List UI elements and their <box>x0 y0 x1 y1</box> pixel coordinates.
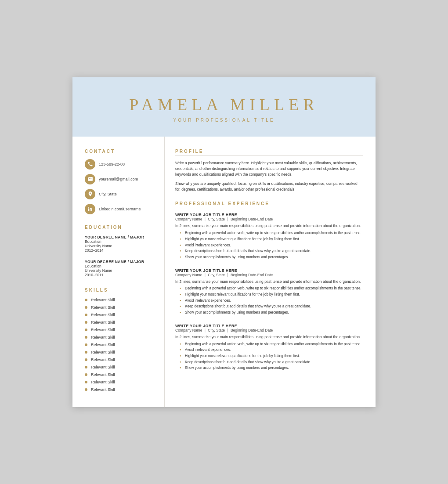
edu-type: Education <box>85 264 155 268</box>
job-bullet: Highlight your most relevant qualificati… <box>180 292 363 298</box>
linkedin-text: Linkedin.com/username <box>99 207 141 211</box>
profile-paragraph: Show why you are uniquely qualified, foc… <box>175 181 363 192</box>
education-entry: YOUR DEGREE NAME / MAJOR Education Unive… <box>85 260 155 277</box>
phone-icon <box>85 159 95 170</box>
skill-bullet <box>85 343 87 346</box>
profile-section: PROFILE Write a powerful performance sum… <box>175 149 363 193</box>
skill-item: Relevant Skill <box>85 305 155 310</box>
job-bullet: Beginning with a powerful action verb, w… <box>180 231 363 236</box>
job-bullet: Keep descriptions short but add details … <box>180 360 363 365</box>
location-item: City, State <box>85 189 155 199</box>
skill-item: Relevant Skill <box>85 328 155 332</box>
location-text: City, State <box>99 192 117 196</box>
edu-years: 2010–2011 <box>85 273 155 277</box>
job-bullet: Avoid irrelevant experiences. <box>180 347 363 353</box>
right-column: PROFILE Write a powerful performance sum… <box>165 137 376 407</box>
skill-item: Relevant Skill <box>85 380 155 384</box>
resume-document: PAMELA MILLER YOUR PROFESSIONAL TITLE CO… <box>72 77 376 407</box>
job-title: WRITE YOUR JOB TITLE HERE <box>175 324 363 328</box>
job-summary: In 2 lines, summarize your main responsi… <box>175 279 363 285</box>
edu-years: 2012–2014 <box>85 248 155 253</box>
skill-text: Relevant Skill <box>91 358 115 362</box>
skill-text: Relevant Skill <box>91 387 115 392</box>
skill-text: Relevant Skill <box>91 380 115 384</box>
profile-section-title: PROFILE <box>175 149 363 156</box>
job-meta: Company Name | City, State | Beginning D… <box>175 273 363 277</box>
job-entry: WRITE YOUR JOB TITLE HERE Company Name |… <box>175 324 363 371</box>
job-bullets-list: Beginning with a powerful action verb, w… <box>175 342 363 372</box>
education-section-title: EDUCATION <box>85 225 155 230</box>
education-blocks: YOUR DEGREE NAME / MAJOR Education Unive… <box>85 235 155 277</box>
linkedin-icon <box>85 204 95 214</box>
job-bullet: Show your accomplishments by using numbe… <box>180 310 363 316</box>
email-text: youremail@gmail.com <box>99 177 138 181</box>
job-meta: Company Name | City, State | Beginning D… <box>175 328 363 332</box>
skill-text: Relevant Skill <box>91 298 115 302</box>
skills-section: SKILLS Relevant Skill Relevant Skill Rel… <box>85 288 155 392</box>
skill-bullet <box>85 299 87 301</box>
svg-point-0 <box>88 207 89 208</box>
skill-bullet <box>85 358 87 361</box>
professional-title: YOUR PROFESSIONAL TITLE <box>99 118 349 123</box>
resume-header: PAMELA MILLER YOUR PROFESSIONAL TITLE <box>72 77 376 137</box>
skill-item: Relevant Skill <box>85 298 155 302</box>
location-icon <box>85 189 95 199</box>
skill-bullet <box>85 381 87 383</box>
phone-item: 123-589-22-88 <box>85 159 155 170</box>
job-entry: WRITE YOUR JOB TITLE HERE Company Name |… <box>175 213 363 260</box>
skill-item: Relevant Skill <box>85 387 155 392</box>
edu-university: University Name <box>85 268 155 273</box>
skill-text: Relevant Skill <box>91 350 115 354</box>
job-bullet: Beginning with a powerful action verb, w… <box>180 342 363 347</box>
job-bullets-list: Beginning with a powerful action verb, w… <box>175 231 363 260</box>
skill-text: Relevant Skill <box>91 335 115 340</box>
linkedin-item: Linkedin.com/username <box>85 204 155 214</box>
skill-item: Relevant Skill <box>85 320 155 325</box>
email-icon <box>85 174 95 184</box>
skill-text: Relevant Skill <box>91 343 115 347</box>
skill-text: Relevant Skill <box>91 365 115 369</box>
edu-degree: YOUR DEGREE NAME / MAJOR <box>85 260 155 264</box>
skill-text: Relevant Skill <box>91 372 115 377</box>
skill-item: Relevant Skill <box>85 335 155 340</box>
job-bullet: Show your accomplishments by using numbe… <box>180 255 363 260</box>
skill-item: Relevant Skill <box>85 313 155 317</box>
job-bullet: Avoid irrelevant experiences. <box>180 243 363 249</box>
skill-item: Relevant Skill <box>85 365 155 369</box>
job-bullet: Avoid irrelevant experiences. <box>180 298 363 304</box>
job-summary: In 2 lines, summarize your main responsi… <box>175 223 363 229</box>
phone-text: 123-589-22-88 <box>99 162 125 166</box>
job-blocks: WRITE YOUR JOB TITLE HERE Company Name |… <box>175 213 363 371</box>
edu-degree: YOUR DEGREE NAME / MAJOR <box>85 235 155 239</box>
education-entry: YOUR DEGREE NAME / MAJOR Education Unive… <box>85 235 155 253</box>
job-bullet: Beginning with a powerful action verb, w… <box>180 286 363 292</box>
job-title: WRITE YOUR JOB TITLE HERE <box>175 213 363 217</box>
job-bullet: Show your accomplishments by using numbe… <box>180 365 363 371</box>
candidate-name: PAMELA MILLER <box>99 95 349 114</box>
skill-text: Relevant Skill <box>91 313 115 317</box>
job-summary: In 2 lines, summarize your main responsi… <box>175 334 363 340</box>
skills-section-title: SKILLS <box>85 288 155 293</box>
education-section: EDUCATION YOUR DEGREE NAME / MAJOR Educa… <box>85 225 155 277</box>
job-entry: WRITE YOUR JOB TITLE HERE Company Name |… <box>175 268 363 316</box>
resume-body: CONTACT 123-589-22-88 youremail@gmail.co… <box>72 137 376 407</box>
job-bullet: Highlight your most relevant qualificati… <box>180 237 363 242</box>
skill-bullet <box>85 306 87 309</box>
skill-item: Relevant Skill <box>85 358 155 362</box>
contact-section-title: CONTACT <box>85 149 155 154</box>
skills-list: Relevant Skill Relevant Skill Relevant S… <box>85 298 155 392</box>
skill-bullet <box>85 373 87 376</box>
profile-paragraph: Write a powerful performance summary her… <box>175 160 363 178</box>
job-bullet: Keep descriptions short but add details … <box>180 249 363 254</box>
job-meta: Company Name | City, State | Beginning D… <box>175 217 363 221</box>
job-title: WRITE YOUR JOB TITLE HERE <box>175 268 363 273</box>
skill-bullet <box>85 388 87 391</box>
skill-text: Relevant Skill <box>91 320 115 325</box>
skill-text: Relevant Skill <box>91 305 115 310</box>
skill-text: Relevant Skill <box>91 328 115 332</box>
skill-bullet <box>85 329 87 331</box>
job-bullet: Keep descriptions short but add details … <box>180 304 363 310</box>
skill-bullet <box>85 321 87 324</box>
skill-item: Relevant Skill <box>85 372 155 377</box>
contact-section: CONTACT 123-589-22-88 youremail@gmail.co… <box>85 149 155 214</box>
